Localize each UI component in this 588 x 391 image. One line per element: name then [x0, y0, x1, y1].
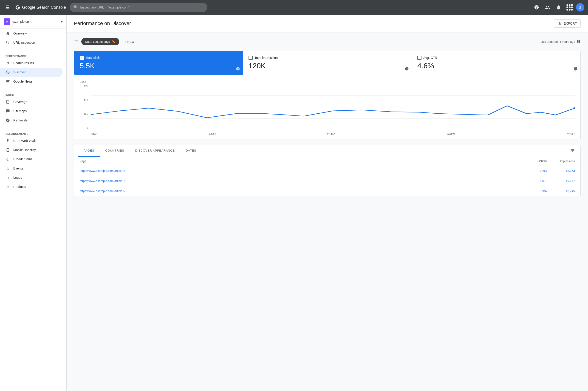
menu-icon[interactable]: ☰	[4, 3, 11, 12]
tab-pages[interactable]: PAGES	[78, 145, 100, 157]
filter-icon[interactable]	[74, 39, 78, 45]
row-clicks-0: 1,257	[524, 169, 547, 173]
app-logo: Google Search Console	[15, 5, 66, 10]
chart-point	[91, 114, 93, 115]
row-impressions-2: 13,745	[547, 189, 575, 193]
table-filter-icon[interactable]	[569, 146, 577, 156]
url-search-input[interactable]	[80, 5, 204, 9]
enhancements-section-label: Enhancements	[0, 129, 66, 136]
metric-header-ctr: Avg. CTR	[417, 56, 575, 60]
metric-card-total-clicks[interactable]: ✓ Total clicks 5.5K	[74, 51, 243, 75]
metric-help-clicks[interactable]	[236, 67, 240, 72]
discover-icon	[5, 70, 10, 75]
metric-header-impressions: Total impressions	[249, 56, 406, 60]
notifications-icon[interactable]	[554, 3, 563, 12]
metric-label-clicks: Total clicks	[86, 56, 101, 60]
page-header: Performance on Discover EXPORT	[66, 15, 588, 32]
google-news-label: Google News	[13, 80, 33, 83]
sitemaps-label: Sitemaps	[13, 109, 27, 113]
sidebar-item-mobile-usability[interactable]: Mobile Usability	[0, 145, 63, 155]
sidebar-item-discover[interactable]: Discover	[0, 68, 63, 77]
sidebar-item-search-results[interactable]: G Search results	[0, 58, 63, 68]
date-filter-button[interactable]: Date: Last 28 days ✏️	[81, 38, 119, 45]
x-tick-1: 2/6/21	[209, 133, 216, 135]
metric-help-impressions[interactable]	[405, 67, 409, 72]
last-updated-help-icon[interactable]	[577, 39, 581, 44]
row-url-1[interactable]: https://www.example.com/article-1	[80, 179, 524, 183]
sidebar-item-removals[interactable]: Removals	[0, 116, 63, 125]
y-tick-0: 0	[87, 126, 88, 129]
clicks-header-label: Clicks	[539, 160, 547, 163]
url-search-bar[interactable]: 🔍	[69, 3, 207, 12]
topbar-actions: S	[532, 3, 584, 12]
tab-countries[interactable]: COUNTRIES	[100, 145, 130, 157]
x-tick-3: 2/20/21	[447, 133, 455, 135]
url-inspection-icon	[5, 40, 10, 45]
sidebar-item-url-inspection[interactable]: URL inspection	[0, 38, 63, 47]
export-icon	[558, 21, 562, 25]
sidebar-item-coverage[interactable]: Coverage	[0, 97, 63, 106]
y-tick-166: 166	[84, 112, 88, 115]
edit-icon: ✏️	[112, 40, 116, 43]
logos-label: Logos	[13, 176, 22, 179]
row-url-2[interactable]: https://www.example.com/article-5	[80, 189, 524, 193]
sidebar-item-core-web-vitals[interactable]: Core Web Vitals	[0, 136, 63, 145]
row-url-0[interactable]: https://www.example.com/article-2	[80, 169, 524, 173]
user-avatar[interactable]: S	[576, 3, 584, 11]
x-tick-0: 2/1/21	[91, 133, 98, 135]
col-header-impressions[interactable]: Impressions	[547, 160, 575, 163]
sidebar-item-products[interactable]: ◇ Products	[0, 182, 63, 191]
x-tick-4: 2/28/21	[566, 133, 575, 135]
metric-label-impressions: Total impressions	[255, 56, 279, 60]
date-filter-label: Date: Last 28 days	[85, 40, 110, 43]
new-filter-button[interactable]: + NEW	[122, 38, 137, 45]
metrics-row: ✓ Total clicks 5.5K Total impressions 12…	[74, 51, 581, 75]
sidebar-item-sitemaps[interactable]: Sitemaps	[0, 106, 63, 116]
metric-value-ctr: 4.6%	[417, 62, 575, 70]
products-icon: ◇	[5, 185, 10, 189]
coverage-icon	[5, 99, 10, 104]
app-name: Google Search Console	[22, 5, 66, 10]
site-icon: e	[4, 18, 10, 25]
sidebar-item-logos[interactable]: ◇ Logos	[0, 173, 63, 182]
chart-y-axis: 500 334 166 0	[80, 84, 88, 130]
sidebar-item-events[interactable]: ◇ Events	[0, 164, 63, 173]
apps-grid-icon[interactable]	[565, 3, 574, 12]
overview-label: Overview	[13, 31, 27, 35]
help-button[interactable]	[532, 3, 541, 12]
search-icon: 🔍	[73, 5, 78, 10]
mobile-usability-icon	[5, 148, 10, 152]
site-selector[interactable]: e example.com ▾	[0, 15, 66, 29]
removals-label: Removals	[13, 118, 28, 122]
site-dropdown-arrow[interactable]: ▾	[61, 19, 63, 24]
performance-section-label: Performance	[0, 51, 66, 58]
sidebar-item-breadcrumbs[interactable]: ◇ Breadcrumbs	[0, 155, 63, 164]
main-content-area: Performance on Discover EXPORT Date: Las…	[66, 15, 588, 391]
metric-help-ctr[interactable]	[574, 67, 578, 72]
sidebar-item-google-news[interactable]: Google News	[0, 77, 63, 86]
mobile-usability-label: Mobile Usability	[13, 148, 36, 152]
metric-value-impressions: 120K	[249, 62, 406, 70]
col-header-page: Page	[80, 160, 524, 163]
metric-header-clicks: ✓ Total clicks	[80, 56, 237, 60]
coverage-label: Coverage	[13, 100, 27, 104]
sidebar-item-overview[interactable]: Overview	[0, 29, 63, 38]
breadcrumbs-icon: ◇	[5, 157, 10, 161]
index-section-label: Index	[0, 90, 66, 97]
metric-card-total-impressions[interactable]: Total impressions 120K	[243, 51, 412, 75]
y-tick-500: 500	[84, 84, 88, 87]
account-icon[interactable]	[543, 3, 552, 12]
tab-discover-appearance[interactable]: DISCOVER APPEARANCE	[130, 145, 180, 157]
sidebar-divider-1	[0, 49, 66, 49]
metric-card-avg-ctr[interactable]: Avg. CTR 4.6%	[412, 51, 581, 75]
search-results-label: Search results	[13, 61, 34, 65]
tab-dates[interactable]: DATES	[180, 145, 202, 157]
new-filter-label: + NEW	[125, 40, 134, 43]
sidebar-divider-2	[0, 88, 66, 88]
sort-down-icon: ↓	[537, 160, 538, 163]
col-header-clicks[interactable]: ↓ Clicks	[524, 160, 547, 163]
home-icon	[5, 31, 10, 36]
app-layout: e example.com ▾ Overview URL inspection …	[0, 15, 588, 391]
export-button[interactable]: EXPORT	[554, 19, 581, 28]
removals-icon	[5, 118, 10, 123]
